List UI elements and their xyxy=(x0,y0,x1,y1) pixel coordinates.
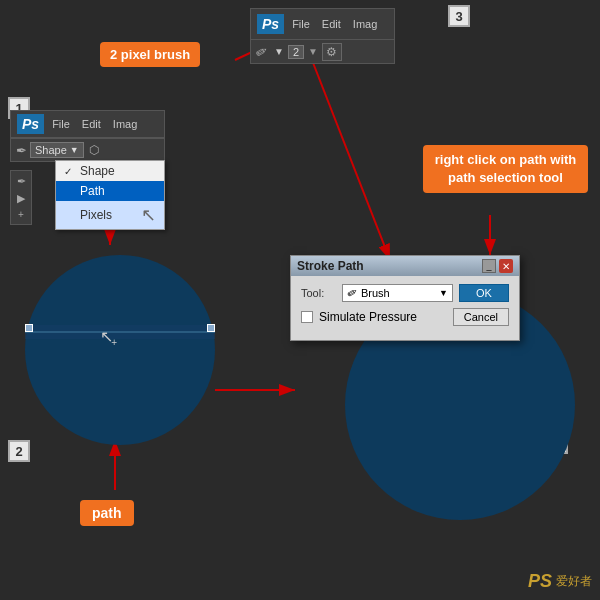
cursor-icon-circle: ↖+ xyxy=(100,327,113,346)
brush-size-arrow: ▼ xyxy=(308,46,318,57)
shape-dropdown-panel: ✓ Shape Path Pixels ↖ xyxy=(55,160,165,230)
brush-icon-top: ✏ xyxy=(253,42,271,62)
brush-options-icon: ⚙ xyxy=(322,43,342,61)
top-ps-toolbar: Ps File Edit Imag xyxy=(250,8,395,40)
cursor-icon: ↖ xyxy=(141,204,156,226)
brush-divider: ▼ xyxy=(274,46,284,57)
shape-select[interactable]: Shape ▼ xyxy=(30,142,84,158)
menu-image-top: Imag xyxy=(349,18,381,30)
step2-badge: 2 xyxy=(8,440,30,462)
brush-tool-icon: ✏ xyxy=(344,284,360,301)
brush-toolbar-row: ✏ ▼ 2 ▼ ⚙ xyxy=(250,40,395,64)
dialog-titlebar: Stroke Path _ ✕ xyxy=(291,256,519,276)
dialog-minimize-btn[interactable]: _ xyxy=(482,259,496,273)
step3-badge: 3 xyxy=(448,5,470,27)
left-tool-panel: ✒ ▶ + xyxy=(10,170,32,225)
shape-toolbar: ✒ Shape ▼ ⬡ xyxy=(10,138,165,162)
ps-logo-left: Ps xyxy=(17,114,44,134)
dialog-title: Stroke Path xyxy=(297,259,364,273)
menu-edit-top: Edit xyxy=(318,18,345,30)
tool-icon-3: + xyxy=(18,209,24,220)
brush-annotation: 2 pixel brush xyxy=(100,42,200,67)
dialog-body: Tool: ✏ Brush ▼ OK Simulate Pressure Can… xyxy=(291,276,519,340)
left-ps-toolbar: Ps File Edit Imag xyxy=(10,110,165,138)
pen-tool-icon: ✒ xyxy=(16,143,27,158)
watermark: PS 爱好者 xyxy=(528,571,592,592)
dialog-close-btn[interactable]: ✕ xyxy=(499,259,513,273)
ok-button[interactable]: OK xyxy=(459,284,509,302)
watermark-text: 爱好者 xyxy=(556,573,592,590)
menu-edit-left: Edit xyxy=(78,118,105,130)
dropdown-arrow: ▼ xyxy=(70,145,79,155)
path-handle-right xyxy=(207,324,215,332)
simulate-row: Simulate Pressure Cancel xyxy=(301,308,509,326)
path-selection-overlay xyxy=(25,325,215,339)
dropdown-item-pixels[interactable]: Pixels ↖ xyxy=(56,201,164,229)
tool-icon-1: ✒ xyxy=(17,175,26,188)
dropdown-item-shape[interactable]: ✓ Shape xyxy=(56,161,164,181)
stroke-path-dialog: Stroke Path _ ✕ Tool: ✏ Brush ▼ OK Simul… xyxy=(290,255,520,341)
watermark-ps: PS xyxy=(528,571,552,592)
select-arrow: ▼ xyxy=(439,288,448,298)
menu-file-left: File xyxy=(48,118,74,130)
svg-line-3 xyxy=(310,55,390,260)
menu-file-top: File xyxy=(288,18,314,30)
shape-icon: ⬡ xyxy=(89,143,99,157)
tool-label: Tool: xyxy=(301,287,336,299)
dropdown-item-path[interactable]: Path xyxy=(56,181,164,201)
rightclick-annotation: right click on path withpath selection t… xyxy=(423,145,588,193)
tool-select[interactable]: ✏ Brush ▼ xyxy=(342,284,453,302)
simulate-checkbox[interactable] xyxy=(301,311,313,323)
circle-step2: ↖+ xyxy=(25,255,215,445)
ps-logo-top: Ps xyxy=(257,14,284,34)
tool-icon-2: ▶ xyxy=(17,192,25,205)
cancel-button[interactable]: Cancel xyxy=(453,308,509,326)
check-icon: ✓ xyxy=(64,166,76,177)
path-handle-left xyxy=(25,324,33,332)
tool-row: Tool: ✏ Brush ▼ OK xyxy=(301,284,509,302)
menu-image-left: Imag xyxy=(109,118,141,130)
brush-size: 2 xyxy=(288,45,304,59)
path-annotation: path xyxy=(80,500,134,526)
